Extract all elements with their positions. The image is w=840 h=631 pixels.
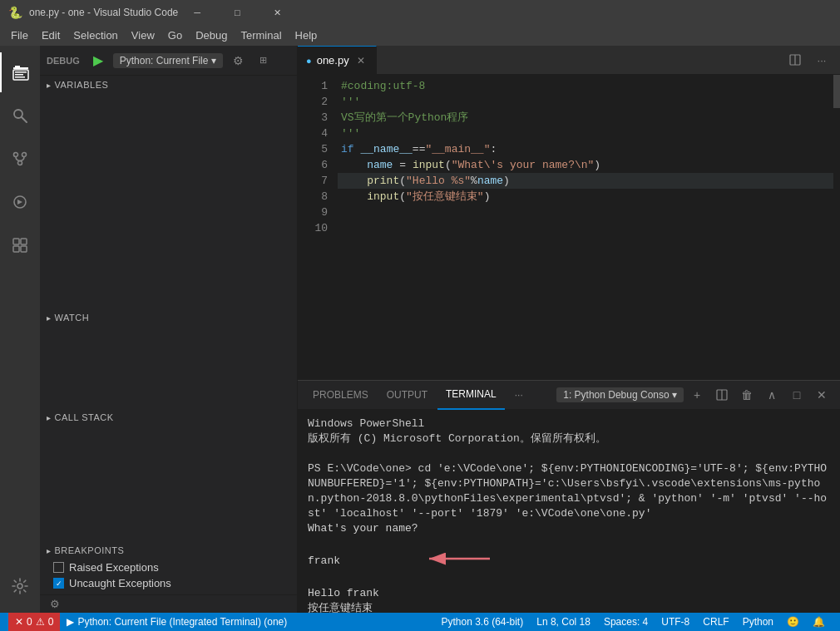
debug-settings-icon[interactable]: ⚙ xyxy=(228,51,248,71)
watch-arrow: ▸ xyxy=(47,313,52,323)
menu-go[interactable]: Go xyxy=(161,25,189,46)
menu-view[interactable]: View xyxy=(125,25,161,46)
status-smiley[interactable]: 🙂 xyxy=(780,613,806,631)
watch-section: ▸ WATCH xyxy=(40,308,297,408)
variables-label: VARIABLES xyxy=(55,80,109,90)
smiley-icon: 🙂 xyxy=(787,616,799,628)
sidebar: DEBUG ▶ Python: Current File ▾ ⚙ ⊞ ▸ VAR… xyxy=(40,46,298,613)
status-right: Python 3.6 (64-bit) Ln 8, Col 18 Spaces:… xyxy=(434,613,832,631)
term-line-8: 按任意键结束 xyxy=(308,601,830,613)
menu-edit[interactable]: Edit xyxy=(35,25,67,46)
variables-content xyxy=(40,94,297,308)
variables-header[interactable]: ▸ VARIABLES xyxy=(40,76,297,94)
menu-selection[interactable]: Selection xyxy=(67,25,124,46)
menu-debug[interactable]: Debug xyxy=(189,25,234,46)
terminal-maximize-button[interactable]: □ xyxy=(785,383,808,407)
split-editor-button[interactable] xyxy=(783,48,807,71)
terminal-actions: 1: Python Debug Conso ▾ + 🗑 ∧ □ ✕ xyxy=(556,383,833,407)
debug-run-button[interactable]: ▶ xyxy=(88,51,108,71)
status-bell[interactable]: 🔔 xyxy=(806,613,832,631)
menu-help[interactable]: Help xyxy=(289,25,324,46)
term-line-2: 版权所有 (C) Microsoft Corporation。保留所有权利。 xyxy=(308,431,830,446)
terminal-selector[interactable]: 1: Python Debug Conso ▾ xyxy=(556,387,684,402)
activity-debug[interactable] xyxy=(0,182,40,222)
debug-config-selector[interactable]: Python: Current File ▾ xyxy=(113,53,224,68)
editor-scrollbar[interactable] xyxy=(833,75,840,380)
term-line-5: What's your name? xyxy=(308,521,830,536)
activity-scm[interactable] xyxy=(0,139,40,179)
terminal-collapse-button[interactable]: ∧ xyxy=(760,383,783,407)
status-language-version[interactable]: Python 3.6 (64-bit) xyxy=(434,613,530,631)
more-tabs-button[interactable]: ··· xyxy=(810,48,833,71)
bell-icon: 🔔 xyxy=(813,616,825,628)
tab-close-button[interactable]: ✕ xyxy=(354,54,368,67)
terminal-add-button[interactable]: + xyxy=(685,383,709,407)
raised-checkbox[interactable] xyxy=(53,562,64,573)
breakpoints-content: Raised Exceptions Uncaught Exceptions xyxy=(40,560,297,594)
tab-more[interactable]: ··· xyxy=(506,381,531,410)
maximize-button[interactable]: □ xyxy=(218,0,256,25)
tab-problems[interactable]: PROBLEMS xyxy=(304,381,377,410)
callstack-header[interactable]: ▸ CALL STACK xyxy=(40,408,297,426)
activity-bar xyxy=(0,46,40,613)
tab-terminal[interactable]: TERMINAL xyxy=(437,381,505,410)
code-line-7: name = input("What\'s your name?\n") xyxy=(338,157,840,173)
watch-content xyxy=(40,327,297,408)
terminal-split-button[interactable] xyxy=(710,383,734,407)
activity-extensions[interactable] xyxy=(0,225,40,265)
editor-scrollthumb[interactable] xyxy=(833,75,840,108)
svg-rect-1 xyxy=(13,67,28,69)
svg-rect-3 xyxy=(15,71,27,73)
status-line-ending[interactable]: CRLF xyxy=(696,613,735,631)
terminal-selector-label: 1: Python Debug Conso ▾ xyxy=(563,389,677,401)
breakpoint-uncaught[interactable]: Uncaught Exceptions xyxy=(40,575,297,591)
code-content: #coding:utf-8 ''' VS写的第一个Python程序 ''' if… xyxy=(338,78,840,205)
close-button[interactable]: ✕ xyxy=(258,0,296,25)
svg-point-8 xyxy=(14,153,18,157)
status-branch[interactable]: ▶ Python: Current File (Integrated Termi… xyxy=(60,613,294,631)
terminal-close-button[interactable]: ✕ xyxy=(810,383,833,407)
activity-search[interactable] xyxy=(0,96,40,136)
breakpoint-raised[interactable]: Raised Exceptions xyxy=(40,560,297,575)
uncaught-checkbox[interactable] xyxy=(53,578,64,589)
line-numbers: 12345 678910 xyxy=(298,75,338,236)
status-lang[interactable]: Python xyxy=(736,613,780,631)
term-line-6: frank xyxy=(308,536,830,586)
tab-one-py[interactable]: ● one.py ✕ xyxy=(298,46,377,75)
status-position[interactable]: Ln 8, Col 18 xyxy=(530,613,597,631)
branch-label: Python: Current File (Integrated Termina… xyxy=(77,616,287,628)
watch-label: WATCH xyxy=(55,313,90,323)
app-icon: 🐍 xyxy=(8,6,22,19)
debug-more-icon[interactable]: ⊞ xyxy=(253,51,273,71)
code-line-4: ''' xyxy=(338,126,840,141)
warning-count: 0 xyxy=(48,616,54,628)
activity-explorer[interactable] xyxy=(0,52,40,92)
status-spaces[interactable]: Spaces: 4 xyxy=(597,613,655,631)
activity-settings[interactable] xyxy=(0,566,40,606)
terminal-delete-button[interactable]: 🗑 xyxy=(735,383,758,407)
menubar: File Edit Selection View Go Debug Termin… xyxy=(0,25,840,46)
tab-output[interactable]: OUTPUT xyxy=(378,381,436,410)
raised-label: Raised Exceptions xyxy=(69,561,159,574)
svg-rect-12 xyxy=(13,239,19,244)
sidebar-settings-icon[interactable]: ⚙ xyxy=(47,596,63,613)
watch-header[interactable]: ▸ WATCH xyxy=(40,308,297,327)
term-line-1: Windows PowerShell xyxy=(308,417,830,431)
status-left: ✕ 0 ⚠ 0 ▶ Python: Current File (Integrat… xyxy=(8,613,294,631)
svg-rect-13 xyxy=(21,239,27,244)
minimize-button[interactable]: ─ xyxy=(178,0,216,25)
menu-file[interactable]: File xyxy=(4,25,35,46)
status-encoding[interactable]: UTF-8 xyxy=(655,613,696,631)
code-line-8: print("Hello %s"%name) xyxy=(338,173,840,189)
breakpoints-arrow: ▸ xyxy=(47,546,52,555)
variables-section: ▸ VARIABLES xyxy=(40,76,297,308)
menu-terminal[interactable]: Terminal xyxy=(234,25,288,46)
svg-rect-4 xyxy=(15,74,23,76)
lang-label: Python xyxy=(743,616,773,628)
breakpoints-header[interactable]: ▸ BREAKPOINTS xyxy=(40,541,297,560)
spaces-label: Spaces: 4 xyxy=(604,616,648,628)
editor-area: ● one.py ✕ ··· 12345 678910 #coding:utf-… xyxy=(298,46,840,613)
status-errors[interactable]: ✕ 0 ⚠ 0 xyxy=(8,613,60,631)
svg-line-7 xyxy=(22,117,27,122)
code-line-6: if __name__=="__main__": xyxy=(338,141,840,157)
